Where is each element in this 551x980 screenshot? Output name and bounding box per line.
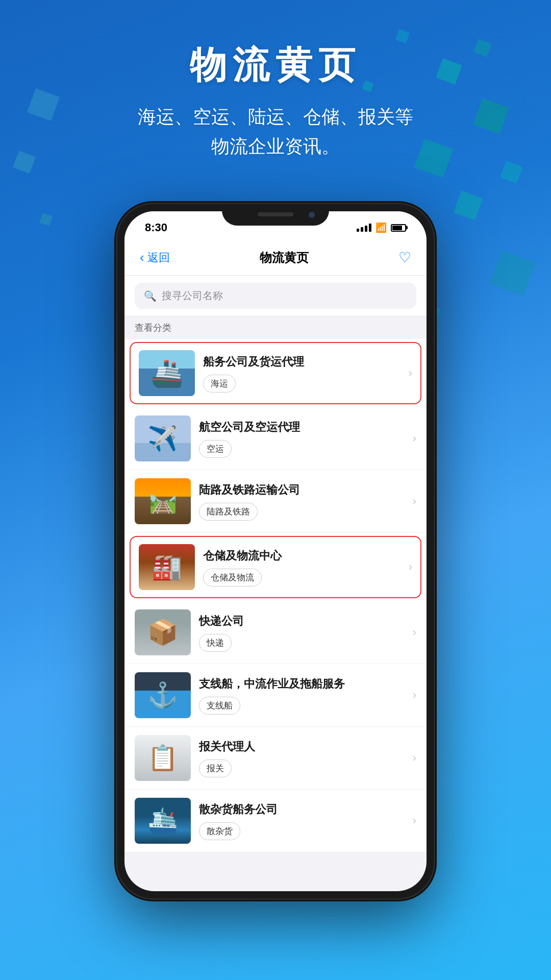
item-tag: 空运 (199, 440, 232, 458)
item-title: 仓储及物流中心 (203, 548, 400, 564)
item-content: 报关代理人 报关 (191, 739, 413, 777)
item-tag: 陆路及铁路 (199, 503, 258, 521)
battery-icon (391, 224, 406, 232)
item-image-vessel (135, 672, 191, 718)
item-tag: 支线船 (199, 697, 240, 715)
search-container: 🔍 搜寻公司名称 (124, 276, 427, 316)
item-image-ship (139, 350, 195, 396)
chevron-right-icon: › (409, 366, 412, 380)
list-item[interactable]: 散杂货船务公司 散杂货 › (124, 790, 427, 852)
list-item[interactable]: 仓储及物流中心 仓储及物流 › (130, 536, 421, 598)
front-camera (309, 212, 315, 218)
chevron-right-icon: › (413, 814, 416, 827)
item-tag: 仓储及物流 (203, 569, 262, 586)
item-title: 快递公司 (199, 614, 405, 629)
chevron-right-icon: › (413, 495, 416, 508)
back-button[interactable]: ‹ 返回 (140, 250, 170, 265)
search-input[interactable]: 搜寻公司名称 (162, 289, 223, 303)
phone-mockup: 8:30 📶 ‹ 返回 (117, 204, 434, 898)
item-tag: 散杂货 (199, 822, 240, 840)
item-tag: 快递 (199, 634, 232, 652)
phone-frame: 8:30 📶 ‹ 返回 (117, 204, 434, 898)
item-image-customs (135, 735, 191, 781)
favorite-icon[interactable]: ♡ (398, 249, 411, 266)
item-tag: 海运 (203, 375, 236, 393)
nav-title: 物流黄页 (260, 250, 309, 266)
chevron-right-icon: › (413, 689, 416, 702)
speaker (258, 212, 293, 216)
item-content: 支线船，中流作业及拖船服务 支线船 (191, 676, 413, 715)
page-subtitle: 海运、空运、陆运、仓储、报关等 物流企业资讯。 (0, 102, 551, 161)
status-icons: 📶 (357, 222, 406, 233)
item-title: 散杂货船务公司 (199, 802, 405, 817)
list-item[interactable]: 船务公司及货运代理 海运 › (130, 342, 421, 404)
item-content: 船务公司及货运代理 海运 (195, 354, 409, 393)
list-item[interactable]: 航空公司及空运代理 空运 › (124, 407, 427, 470)
search-icon: 🔍 (144, 290, 157, 302)
item-title: 陆路及铁路运输公司 (199, 482, 405, 498)
item-image-bulk (135, 798, 191, 844)
item-content: 仓储及物流中心 仓储及物流 (195, 548, 409, 586)
nav-bar: ‹ 返回 物流黄页 ♡ (124, 240, 427, 276)
category-label: 查看分类 (124, 316, 427, 339)
item-image-courier (135, 609, 191, 655)
item-title: 航空公司及空运代理 (199, 420, 405, 435)
chevron-right-icon: › (413, 432, 416, 445)
page-title: 物流黄页 (0, 41, 551, 90)
item-image-rail (135, 478, 191, 524)
list-item[interactable]: 快递公司 快递 › (124, 601, 427, 664)
search-bar[interactable]: 🔍 搜寻公司名称 (135, 283, 416, 309)
signal-icon (357, 224, 371, 232)
item-image-plane (135, 415, 191, 461)
item-image-warehouse (139, 544, 195, 590)
list-container: 船务公司及货运代理 海运 › 航空公司及空运代理 空运 › (124, 339, 427, 852)
item-content: 航空公司及空运代理 空运 (191, 420, 413, 458)
back-label: 返回 (147, 250, 170, 265)
item-title: 船务公司及货运代理 (203, 354, 400, 370)
list-item[interactable]: 陆路及铁路运输公司 陆路及铁路 › (124, 470, 427, 533)
chevron-right-icon: › (413, 626, 416, 639)
page-header: 物流黄页 海运、空运、陆运、仓储、报关等 物流企业资讯。 (0, 0, 551, 161)
list-item[interactable]: 支线船，中流作业及拖船服务 支线船 › (124, 664, 427, 727)
status-time: 8:30 (145, 221, 167, 234)
item-tag: 报关 (199, 760, 232, 777)
item-title: 支线船，中流作业及拖船服务 (199, 676, 405, 692)
item-content: 陆路及铁路运输公司 陆路及铁路 (191, 482, 413, 521)
phone-notch (222, 204, 329, 226)
chevron-right-icon: › (409, 560, 412, 574)
chevron-right-icon: › (413, 751, 416, 765)
wifi-icon: 📶 (375, 222, 387, 233)
chevron-left-icon: ‹ (140, 250, 144, 265)
item-title: 报关代理人 (199, 739, 405, 754)
item-content: 散杂货船务公司 散杂货 (191, 802, 413, 840)
item-content: 快递公司 快递 (191, 614, 413, 652)
phone-screen: 8:30 📶 ‹ 返回 (124, 211, 427, 891)
list-item[interactable]: 报关代理人 报关 › (124, 727, 427, 790)
